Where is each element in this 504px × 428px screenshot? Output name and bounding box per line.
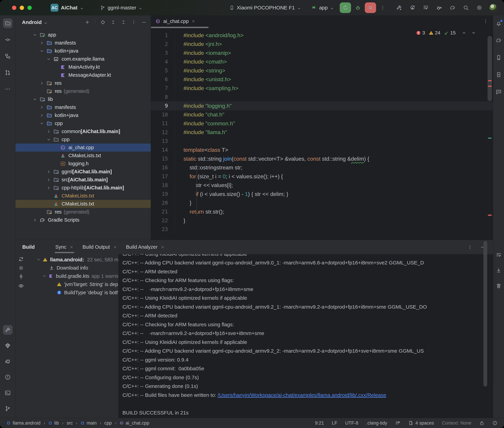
problems-circle-icon[interactable] [492,420,497,426]
unlock-icon[interactable] [479,420,485,426]
breadcrumb-item-llama-android[interactable]: llama.android [7,420,41,426]
indent-setting[interactable]: 4 spaces [408,420,434,426]
build-more-options-button[interactable] [467,245,472,250]
minimize-window-button[interactable] [20,6,24,10]
chevron-collapsed-icon[interactable] [39,80,45,86]
search-button[interactable] [463,5,469,11]
editor[interactable]: ai_chat.cpp 1#include <android/log.h>2#i… [151,16,493,240]
tool-stripe-running-devices-button[interactable] [494,70,504,80]
tree-item-cmakelists-txt[interactable]: CMakeLists.txt [16,152,151,160]
tree-item-ai-chat-cpp[interactable]: ai_chat.cpp [16,144,151,152]
tree-item-res[interactable]: res(generated) [16,87,151,95]
attach-debugger-button[interactable] [436,5,442,11]
sync-tree-item[interactable]: 'jvmTarget: String' is deprec [16,280,118,288]
editor-tab-ai-chat-cpp[interactable]: ai_chat.cpp [155,18,196,24]
close-window-button[interactable] [12,6,16,10]
caret-position[interactable]: 9:21 [315,420,324,426]
project-widget[interactable]: AC AiChat [51,4,84,12]
chevron-expanded-icon[interactable] [39,48,45,54]
tool-stripe-pull-request-button[interactable] [3,68,13,77]
tree-item-cpp[interactable]: cpp [16,135,151,144]
error-stripe-mark[interactable] [488,86,492,87]
error-stripe-mark[interactable] [488,80,492,81]
next-problem-button[interactable] [471,31,476,35]
tree-item-manifests[interactable]: manifests [16,103,151,111]
tree-item-cmakelists-txt[interactable]: CMakeLists.txt [16,200,151,208]
tree-item-gradle-scripts[interactable]: Gradle Scripts [16,216,151,224]
tree-item-messageadapter-kt[interactable]: MessageAdapter.kt [16,71,151,79]
avatar[interactable] [489,4,497,12]
chevron-expanded-icon[interactable] [42,274,47,278]
tree-item-cpp[interactable]: cpp [16,119,151,127]
chevron-expanded-icon[interactable] [39,120,45,127]
chevron-expanded-icon[interactable] [32,32,38,38]
hide-button[interactable] [141,20,147,25]
breadcrumb-item-lib[interactable]: lib [48,420,59,426]
tree-item-src[interactable]: src [AiChat.lib.main] [16,176,151,184]
chevron-collapsed-icon[interactable] [39,104,45,110]
tool-stripe-branch-button[interactable] [3,404,13,413]
sync-tree-item[interactable]: llama.android: fini22 sec, 583 ms [16,255,118,264]
tool-stripe-assistant-button[interactable] [494,87,504,97]
apply-code-button[interactable] [423,5,429,11]
sync-tree-item[interactable]: Download info [16,264,118,272]
breadcrumb-item-ai-chat-cpp[interactable]: ai_chat.cpp [120,420,149,426]
breadcrumb-item-main[interactable]: main [80,420,97,426]
locate-button[interactable] [100,20,105,25]
debug-app-button[interactable] [355,5,361,11]
run-config-selector[interactable]: app [311,5,334,11]
console-link[interactable]: /Users/hanyin/Workspace/ai-chat/examples… [218,392,386,398]
apply-changes-button[interactable] [409,5,416,11]
scroll-end-button[interactable] [496,268,502,273]
chevron-collapsed-icon[interactable] [39,112,45,118]
tree-item-manifests[interactable]: manifests [16,39,151,47]
inspections-widget[interactable]: 3 24 15 [416,30,476,36]
chevron-collapsed-icon[interactable] [46,128,52,135]
chevron-expanded-icon[interactable] [46,56,52,62]
tree-item-common[interactable]: common [AiChat.lib.main] [16,127,151,135]
tree-item-com-example-llama[interactable]: com.example.llama [16,55,151,63]
tool-stripe-build-hammer-button[interactable] [3,325,13,335]
chevron-collapsed-icon[interactable] [46,169,52,175]
breadcrumb-item-cpp[interactable]: cpp [104,420,112,426]
run-more-options-button[interactable] [380,5,385,10]
sync-tree-item[interactable]: build.gradle.ktsapp 1 warning [16,272,118,280]
stop-app-button[interactable] [365,2,376,13]
tabbar-more-button[interactable] [483,19,488,24]
tool-stripe-gradle-sync-button[interactable] [494,36,504,45]
chevron-expanded-icon[interactable] [32,96,38,102]
chevron-collapsed-icon[interactable] [46,185,52,191]
vcs-widget[interactable]: ggml-master [100,5,143,11]
error-stripe-mark[interactable] [488,214,492,216]
tree-item-kotlin-java[interactable]: kotlin+java [16,47,151,55]
chevron-collapsed-icon[interactable] [39,40,45,46]
breadcrumb-item-src[interactable]: src [67,420,73,426]
zoom-window-button[interactable] [27,6,32,10]
rerun-app-button[interactable] [340,2,351,13]
close-icon[interactable] [113,245,117,249]
encoding[interactable]: UTF-8 [345,420,359,426]
tree-item-res[interactable]: res(generated) [16,208,151,216]
settings-button[interactable] [476,5,482,11]
build-console[interactable]: C/C++: -- Using KleidiAI optimized kerne… [118,254,493,418]
tool-stripe-notifications-button[interactable] [494,18,504,28]
tree-item-ggml[interactable]: ggml [AiChat.lib.main] [16,168,151,176]
tool-stripe-commit-button[interactable] [3,35,13,45]
tool-stripe-problems-button[interactable] [3,372,13,382]
tool-stripe-more-h-button[interactable] [3,84,13,94]
tool-stripe-terminal-button[interactable] [3,388,13,398]
build-hammer-run-button[interactable] [396,5,402,11]
tree-item-lib[interactable]: lib [16,95,151,103]
console-scrollbar[interactable] [483,241,487,387]
build-tab-build-analyzer[interactable]: Build Analyzer [122,240,169,254]
close-icon[interactable] [69,245,74,249]
clear-button[interactable] [496,283,502,289]
tree-item-mainactivity-kt[interactable]: MainActivity.kt [16,63,151,71]
tool-stripe-diamond-button[interactable] [3,341,13,350]
tree-item-kotlin-java[interactable]: kotlin+java [16,111,151,119]
soft-wrap-button[interactable] [496,252,502,258]
context-indicator[interactable]: Context: None [442,420,471,426]
tool-stripe-project-folder-button[interactable] [3,18,13,28]
tool-stripe-structure-button[interactable] [3,51,13,61]
tool-stripe-device-manager-button[interactable] [494,53,504,62]
